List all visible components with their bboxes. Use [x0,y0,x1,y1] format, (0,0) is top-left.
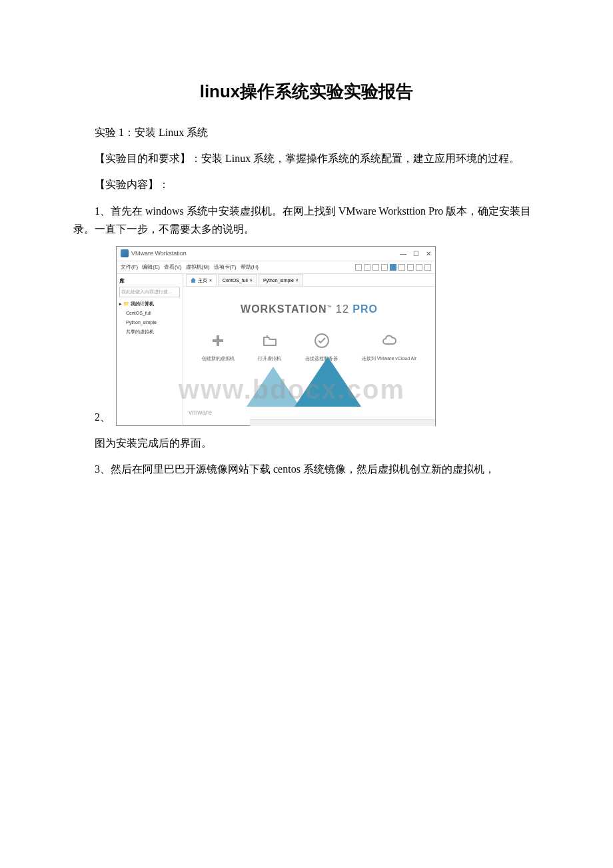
sidebar-library-label: 库 [119,277,180,286]
server-connect-icon [313,332,330,349]
toolbar [355,264,431,271]
toolbar-icon[interactable] [398,264,405,271]
tree-root-my-computer[interactable]: ▸ 📁 我的计算机 [119,299,180,309]
horizontal-scrollbar[interactable] [250,419,435,426]
workstation-brand-title: WORKSTATION™ 12 PRO [190,300,428,318]
window-title-text: VMware Workstation [131,249,187,259]
window-titlebar: VMware Workstation — ☐ ✕ [117,247,435,261]
toolbar-icon[interactable] [355,264,362,271]
paragraph-step-1: 1、首先在 windows 系统中安装虚拟机。在网上找到 VMware Work… [73,202,540,238]
home-icon [191,277,196,283]
menubar: 文件(F) 编辑(E) 查看(V) 虚拟机(M) 选项卡(T) 帮助(H) [117,261,435,274]
menu-help[interactable]: 帮助(H) [241,263,259,272]
menu-tabs[interactable]: 选项卡(T) [214,263,237,272]
menu-file[interactable]: 文件(F) [121,263,138,272]
toolbar-icon[interactable] [372,264,379,271]
sidebar-search-input[interactable]: 在此处键入内容进行搜... [119,287,180,297]
folder-open-icon [261,332,279,349]
close-button[interactable]: ✕ [426,248,431,259]
tab-python[interactable]: Python_simple × [259,274,303,287]
menu-edit[interactable]: 编辑(E) [142,263,160,272]
menu-vm[interactable]: 虚拟机(M) [186,263,210,272]
toolbar-icon[interactable] [381,264,388,271]
toolbar-icon[interactable] [390,264,396,271]
toolbar-icon[interactable] [364,264,370,271]
tab-centos[interactable]: CentOS_full × [218,274,257,287]
toolbar-icon[interactable] [424,264,431,271]
menu-view[interactable]: 查看(V) [164,263,182,272]
paragraph-purpose: 【实验目的和要求】：安装 Linux 系统，掌握操作系统的系统配置，建立应用环境… [73,149,540,167]
action-connect-vcloud[interactable]: 连接到 VMware vCloud Air [362,332,416,363]
tab-home[interactable]: 主页 × [186,274,217,287]
paragraph-caption: 图为安装完成后的界面。 [73,434,540,452]
toolbar-icon[interactable] [407,264,414,271]
sidebar-tree: ▸ 📁 我的计算机 CentOS_full Python_simple 共享的虚… [119,299,180,337]
vmware-screenshot: VMware Workstation — ☐ ✕ 文件(F) 编辑(E) 查看(… [116,246,436,426]
plus-icon [209,332,227,349]
main-panel: 主页 × CentOS_full × Python_simple × WORKS… [183,274,435,426]
decorative-mountains [183,360,435,407]
sidebar-library: 库 在此处键入内容进行搜... ▸ 📁 我的计算机 CentOS_full Py… [117,274,183,426]
tree-item-python[interactable]: Python_simple [119,318,180,327]
paragraph-step-3: 3、然后在阿里巴巴开源镜像网站下载 centos 系统镜像，然后虚拟机创立新的虚… [73,460,540,478]
maximize-button[interactable]: ☐ [413,248,419,259]
paragraph-step-2-prefix: 2、 [73,408,111,426]
tree-item-shared[interactable]: 共享的虚拟机 [119,327,180,337]
toolbar-icon[interactable] [416,264,422,271]
minimize-button[interactable]: — [400,248,406,259]
action-create-vm[interactable]: 创建新的虚拟机 [202,332,235,363]
action-open-vm[interactable]: 打开虚拟机 [258,332,281,363]
document-title: linux操作系统实验实验报告 [73,80,540,103]
paragraph-content-header: 【实验内容】： [73,175,540,193]
cloud-icon [380,332,398,349]
tab-strip: 主页 × CentOS_full × Python_simple × [183,274,435,287]
tree-item-centos[interactable]: CentOS_full [119,309,180,318]
paragraph-experiment-1: 实验 1：安装 Linux 系统 [73,123,540,141]
vmware-logo-icon [121,249,129,257]
vmware-footer-logo: vmware [189,407,212,418]
